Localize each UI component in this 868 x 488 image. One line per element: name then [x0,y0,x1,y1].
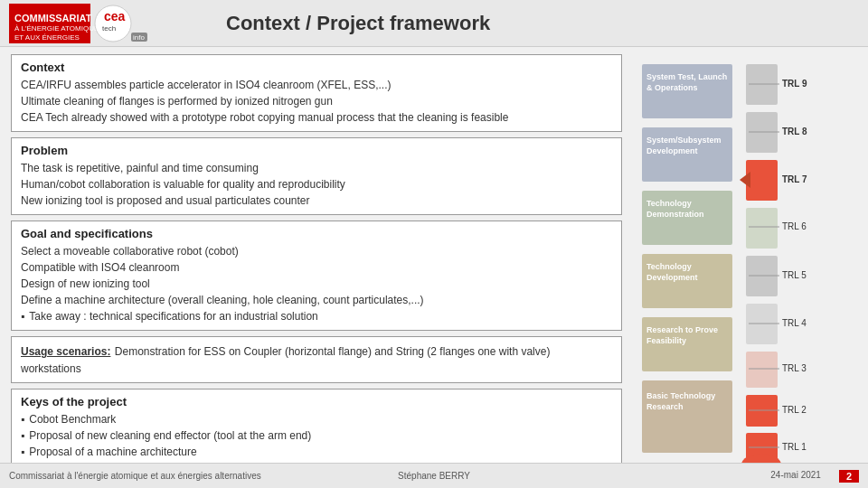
context-line-1: CEA/IRFU assembles particle accelerator … [21,77,612,93]
goal-title: Goal and specifications [21,227,612,240]
context-title: Context [21,61,612,74]
problem-line-2: Human/cobot collaboration is valuable fo… [21,176,612,192]
logo-area: COMMISSARIAT À L'ÉNERGIE ATOMIQUE ET AUX… [9,4,208,43]
svg-text:System/Subsystem: System/Subsystem [646,136,722,145]
svg-text:TRL 7: TRL 7 [782,174,807,184]
footer-center: Stéphane BERRY [398,471,470,481]
svg-text:TRL 1: TRL 1 [782,442,807,452]
svg-text:info: info [133,33,145,42]
keys-item-0: Cobot Benchmark [21,411,612,427]
svg-text:À L'ÉNERGIE ATOMIQUE: À L'ÉNERGIE ATOMIQUE [14,24,99,33]
page-number: 2 [839,470,859,483]
goal-item-3: Define a machine architecture (overall c… [21,292,612,308]
keys-title: Keys of the project [21,395,612,408]
right-panel: System Test, Launch & Operations System/… [633,47,868,488]
problem-line-3: New ionizing tool is proposed and usual … [21,192,612,209]
main-content: Context CEA/IRFU assembles particle acce… [0,47,868,488]
svg-marker-36 [740,172,750,188]
svg-text:Demonstration: Demonstration [646,210,704,219]
header: COMMISSARIAT À L'ÉNERGIE ATOMIQUE ET AUX… [0,0,868,47]
svg-text:Technology: Technology [646,262,692,271]
svg-text:TRL 6: TRL 6 [782,221,807,231]
cea-logo: COMMISSARIAT À L'ÉNERGIE ATOMIQUE ET AUX… [9,4,149,43]
svg-text:tech: tech [102,24,116,33]
footer-right: 24-mai 2021 2 [770,470,859,483]
svg-text:Development: Development [646,146,698,155]
footer: Commissariat à l'énergie atomique et aux… [0,463,868,488]
trl-chart: System Test, Launch & Operations System/… [642,60,859,475]
keys-section: Keys of the project Cobot Benchmark Prop… [11,389,622,466]
svg-text:COMMISSARIAT: COMMISSARIAT [14,13,92,23]
context-line-2: Ultimate cleaning of flanges is performe… [21,93,612,109]
svg-text:TRL 9: TRL 9 [782,79,807,89]
left-panel: Context CEA/IRFU assembles particle acce… [0,47,633,488]
usage-title: Usage scenarios: [21,345,110,358]
svg-text:Basic Technology: Basic Technology [646,391,715,400]
svg-text:& Operations: & Operations [646,83,698,92]
keys-item-1: Proposal of new cleaning end effector (t… [21,427,612,444]
svg-text:TRL 4: TRL 4 [782,318,807,328]
svg-text:System Test, Launch: System Test, Launch [646,72,727,81]
footer-date: 24-mai 2021 [770,470,821,483]
goal-item-2: Design of new ionizing tool [21,276,612,292]
svg-rect-46 [746,352,778,388]
footer-left: Commissariat à l'énergie atomique et aux… [9,471,261,481]
svg-text:ET AUX ÉNERGIES: ET AUX ÉNERGIES [14,33,80,42]
svg-text:TRL 5: TRL 5 [782,270,807,280]
svg-text:TRL 3: TRL 3 [782,363,807,373]
usage-section: Usage scenarios: Demonstration for ESS o… [11,336,622,383]
svg-text:TRL 2: TRL 2 [782,405,807,415]
svg-text:Research: Research [646,402,684,411]
goal-section: Goal and specifications Select a moveabl… [11,221,622,331]
context-section: Context CEA/IRFU assembles particle acce… [11,54,622,132]
svg-text:Development: Development [646,273,698,282]
svg-text:Feasibility: Feasibility [646,336,686,345]
svg-text:Technology: Technology [646,199,692,208]
header-title: Context / Project framework [226,12,490,35]
svg-text:TRL 8: TRL 8 [782,127,807,136]
goal-item-1: Compatible with ISO4 cleanroom [21,259,612,276]
svg-text:Research to Prove: Research to Prove [646,325,718,334]
keys-item-2: Proposal of a machine architecture [21,444,612,460]
problem-title: Problem [21,144,612,157]
svg-rect-37 [746,208,778,249]
goal-item-4: Take away : technical specifications for… [21,308,612,324]
problem-section: Problem The task is repetitive, painful … [11,137,622,215]
svg-text:cea: cea [104,9,126,23]
goal-item-0: Select a moveable collaborative robot (c… [21,243,612,259]
context-line-3: CEA Tech already showed with a prototype… [21,109,612,126]
problem-line-1: The task is repetitive, painful and time… [21,160,612,176]
